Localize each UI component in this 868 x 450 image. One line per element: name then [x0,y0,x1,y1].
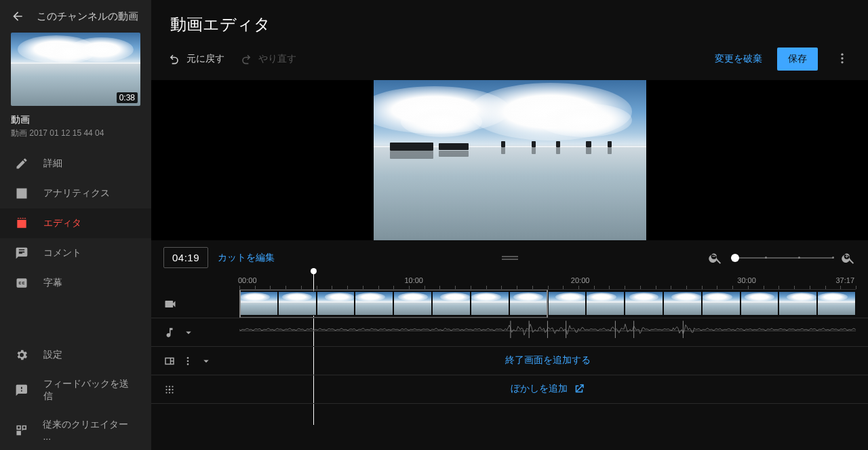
filmstrip-frame [702,291,741,316]
redo-button[interactable]: やり直す [239,52,296,66]
nav-label: アナリティクス [43,187,110,200]
svg-point-13 [165,386,167,387]
nav-editor[interactable]: エディタ [0,208,151,238]
cc-icon [15,276,28,290]
redo-label: やり直す [258,53,296,65]
filmstrip-frame [625,291,663,316]
nav-label: コメント [43,247,81,259]
undo-icon [167,52,181,66]
main: 動画エディタ 元に戻す やり直す 変更を破棄 保存 [151,0,868,450]
ruler-tick: 37:17 [835,276,854,284]
save-button[interactable]: 保存 [777,48,818,71]
gear-icon [15,348,28,362]
drag-handle-icon[interactable] [502,255,518,261]
video-thumbnail[interactable]: 0:38 [11,33,140,106]
feedback-icon [15,383,28,397]
zoom-slider[interactable] [731,257,833,259]
nav-label: フィードバックを送信 [43,378,136,402]
filmstrip-frame [393,291,432,316]
back-label: このチャンネルの動画 [37,10,138,23]
endscreen-track: 終了画面を追加する [151,347,868,375]
audio-track[interactable] [151,318,868,347]
svg-point-0 [841,53,843,55]
editor-icon [15,217,28,230]
page-title: 動画エディタ [151,0,868,42]
filmstrip-frame [471,291,509,316]
svg-point-12 [187,363,189,365]
more-vert-icon[interactable] [182,356,193,367]
filmstrip-frame [548,291,587,316]
ruler-tick: 30:00 [737,276,756,284]
zoom-in-icon[interactable] [841,250,856,265]
video-track[interactable] [151,290,868,318]
chevron-down-icon[interactable] [182,326,195,339]
more-button[interactable] [833,49,852,70]
current-time[interactable]: 04:19 [163,247,208,268]
nav-label: 詳細 [43,157,62,170]
undo-button[interactable]: 元に戻す [167,52,224,66]
svg-point-20 [169,392,170,393]
svg-point-21 [172,392,173,393]
nav-analytics[interactable]: アナリティクス [0,179,151,208]
blur-track: ぼかしを追加 [151,375,868,404]
nav-label: 設定 [43,349,62,361]
undo-label: 元に戻す [186,53,224,65]
chart-icon [15,187,28,200]
video-name: 動画 2017 01 12 15 44 04 [0,128,151,149]
filmstrip-frame [817,291,856,316]
blur-icon [163,383,176,396]
waveform [239,318,856,343]
ruler-tick: 10:00 [404,276,423,284]
svg-point-2 [841,61,843,63]
svg-point-14 [169,386,170,387]
nav-settings[interactable]: 設定 [0,340,151,370]
zoom-out-icon[interactable] [708,250,723,265]
duration-badge: 0:38 [117,92,138,103]
filmstrip-frame [663,291,702,316]
svg-point-11 [187,360,189,362]
edit-cut-button[interactable]: カットを編集 [218,252,275,264]
svg-point-1 [841,57,843,59]
ruler-tick: 20:00 [571,276,590,284]
svg-point-19 [165,392,167,393]
svg-point-18 [172,388,173,390]
music-icon [163,326,176,339]
nav-comments[interactable]: コメント [0,238,151,268]
filmstrip-frame [278,291,317,316]
ruler-tick: 00:00 [238,276,257,284]
video-preview[interactable] [151,80,868,240]
sidebar-nav: 詳細 アナリティクス エディタ コメント 字幕 [0,149,151,298]
filmstrip-frame [355,291,393,316]
nav-classic[interactable]: 従来のクリエイター ... [0,411,151,450]
comment-icon [15,246,28,260]
open-in-new-icon [573,383,585,395]
nav-subtitles[interactable]: 字幕 [0,268,151,298]
time-ruler[interactable]: 00:0010:0020:0030:0037:17 [239,275,856,290]
back-row[interactable]: このチャンネルの動画 [0,0,151,33]
discard-button[interactable]: 変更を破棄 [715,53,762,65]
add-endscreen-button[interactable]: 終了画面を追加する [239,347,856,374]
filmstrip-frame [317,291,355,316]
filmstrip-frame [239,291,278,316]
video-section-label: 動画 [0,106,151,128]
chevron-down-icon[interactable] [200,355,212,367]
nav-label: エディタ [43,217,81,229]
nav-details[interactable]: 詳細 [0,149,151,179]
tracks: 終了画面を追加する ぼかしを追加 [151,290,868,404]
video-icon [163,297,177,311]
zoom-controls [708,250,856,265]
nav-feedback[interactable]: フィードバックを送信 [0,370,151,411]
more-vert-icon [835,52,849,65]
sidebar: このチャンネルの動画 0:38 動画 動画 2017 01 12 15 44 0… [0,0,151,450]
filmstrip-frame [778,291,817,316]
svg-point-17 [169,388,171,390]
back-arrow-icon [11,10,24,23]
timeline-controls: 04:19 カットを編集 [151,240,868,275]
nav-label: 字幕 [43,277,62,289]
filmstrip-frame [432,291,471,316]
classic-icon [15,424,28,437]
pencil-icon [15,157,28,170]
svg-point-15 [172,386,173,387]
add-blur-button[interactable]: ぼかしを追加 [239,375,856,402]
endscreen-icon [163,355,176,367]
